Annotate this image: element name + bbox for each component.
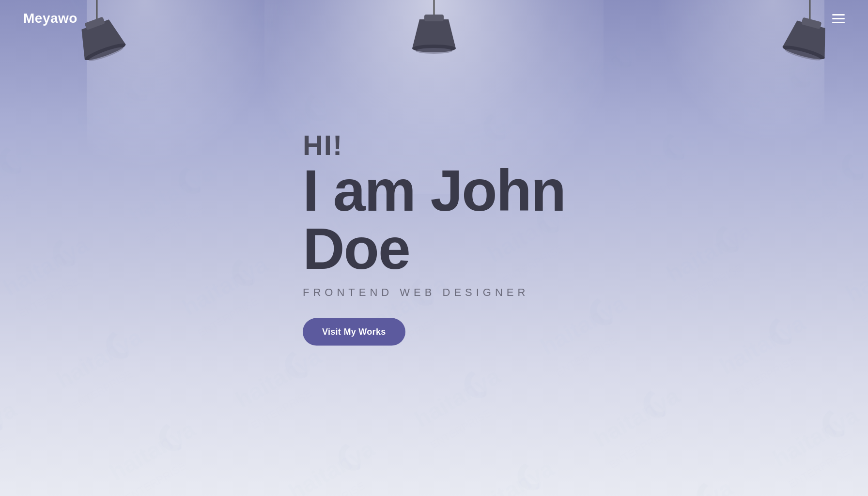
hero-name-line1: I am John	[303, 158, 565, 223]
svg-point-6	[83, 41, 127, 63]
hero-section: HI! I am John Doe FRONTEND WEB DESIGNER …	[303, 131, 565, 346]
hero-greeting: HI!	[303, 131, 565, 159]
hero-name-line2: Doe	[303, 216, 410, 281]
svg-point-11	[412, 45, 456, 52]
hamburger-button[interactable]	[832, 14, 845, 23]
logo[interactable]: Meyawo	[23, 11, 78, 26]
navbar: Meyawo	[0, 0, 868, 37]
svg-point-12	[416, 48, 452, 54]
hero-name: I am John Doe	[303, 161, 565, 278]
hamburger-line-1	[832, 14, 845, 16]
hero-subtitle: FRONTEND WEB DESIGNER	[303, 286, 565, 299]
svg-point-17	[785, 47, 822, 62]
svg-point-16	[782, 43, 826, 62]
hamburger-line-3	[832, 22, 845, 23]
visit-works-button[interactable]: Visit My Works	[303, 318, 405, 346]
svg-point-7	[88, 45, 124, 63]
hamburger-line-2	[832, 18, 845, 19]
